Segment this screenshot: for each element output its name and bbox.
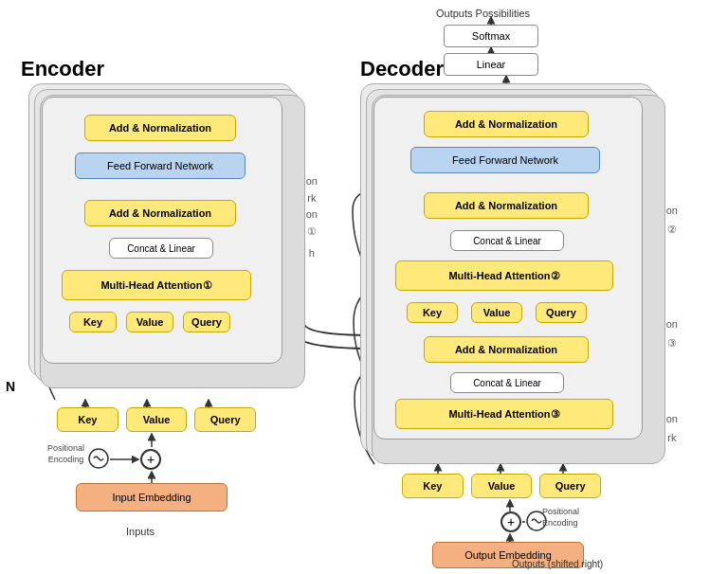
enc-mha-label: Multi-Head Attention① bbox=[100, 279, 211, 292]
dec-kv-value-label: Value bbox=[488, 480, 516, 492]
decoder-title: Decoder bbox=[360, 57, 444, 81]
dec-kv-query: Query bbox=[539, 474, 601, 498]
dec-concat-2-label: Concat & Linear bbox=[473, 236, 541, 246]
dec-add-norm-3-label: Add & Normalization bbox=[455, 344, 557, 355]
enc-inputs-label: Inputs bbox=[126, 526, 155, 537]
dec-kv-row: Key Value Query bbox=[402, 474, 601, 498]
dec-kv-key-label: Key bbox=[423, 480, 442, 492]
dec-on-rk-2: on ③ bbox=[666, 315, 678, 353]
linear-box: Linear bbox=[444, 53, 538, 76]
enc-on2-label: on bbox=[306, 206, 318, 224]
enc-h-label: h bbox=[306, 245, 318, 262]
enc-kv-key: Key bbox=[57, 407, 118, 432]
dec-kv-value: Value bbox=[471, 474, 533, 498]
dec-pos-enc-label: PositionalEncoding bbox=[542, 507, 579, 529]
enc-add-norm-mid: Add & Normalization bbox=[84, 200, 236, 226]
dec-add-norm-2: Add & Normalization bbox=[424, 192, 589, 219]
enc-plus-sign: + bbox=[140, 449, 161, 470]
dec-mha-2: Multi-Head Attention② bbox=[395, 260, 613, 291]
dec-add-norm-top: Add & Normalization bbox=[424, 111, 589, 137]
dec-add-norm-3: Add & Normalization bbox=[424, 336, 589, 363]
dec-main-panel: Add & Normalization Feed Forward Network… bbox=[373, 97, 643, 439]
enc-key-label: Key bbox=[83, 316, 102, 328]
dec-ffn-label: Feed Forward Network bbox=[452, 154, 558, 166]
dec-concat-3-label: Concat & Linear bbox=[473, 378, 541, 388]
enc-main-panel: Add & Normalization Feed Forward Network… bbox=[42, 97, 282, 364]
dec-plus-sign: + bbox=[500, 511, 521, 532]
enc-input-emb-label: Input Embedding bbox=[112, 492, 191, 503]
dec-on3-label: on bbox=[666, 410, 678, 429]
dec-rk2-label: ③ bbox=[666, 334, 678, 353]
enc-kv-query-label: Query bbox=[210, 414, 241, 425]
dec-outputs-label: Outputs (shifted right) bbox=[512, 559, 603, 569]
enc-kv-value-label: Value bbox=[143, 414, 171, 425]
enc-pos-enc-label: PositionalEncoding bbox=[47, 443, 84, 465]
dec-kv-key: Key bbox=[402, 474, 464, 498]
dec-rk1-label: ② bbox=[666, 221, 678, 240]
output-possibilities-label: Outputs Possibilities bbox=[436, 8, 530, 19]
dec-value-2-label: Value bbox=[483, 307, 511, 318]
dec-query-2: Query bbox=[536, 302, 587, 323]
dec-rk3-label: rk bbox=[666, 429, 678, 448]
enc-on-label: on bbox=[306, 173, 318, 190]
dec-concat-3: Concat & Linear bbox=[450, 372, 564, 393]
dec-mha-3: Multi-Head Attention③ bbox=[395, 399, 613, 429]
enc-concat: Concat & Linear bbox=[109, 238, 213, 259]
encoder-stack: Add & Normalization Feed Forward Network… bbox=[28, 83, 303, 396]
softmax-box: Softmax bbox=[444, 25, 538, 47]
encoder-title: Encoder bbox=[21, 57, 104, 81]
dec-key-2-label: Key bbox=[423, 307, 442, 318]
enc-rk-label: rk bbox=[306, 190, 318, 207]
enc-query-label: Query bbox=[191, 316, 222, 328]
enc-kv-value: Value bbox=[126, 407, 188, 432]
dec-key-2: Key bbox=[407, 302, 458, 323]
enc-pos-circle bbox=[87, 447, 110, 470]
enc-key: Key bbox=[69, 312, 117, 332]
enc-add-norm-top-label: Add & Normalization bbox=[109, 122, 211, 134]
enc-query: Query bbox=[183, 312, 230, 332]
dec-mha-3-label: Multi-Head Attention③ bbox=[448, 408, 559, 421]
dec-on2-label: on bbox=[666, 315, 678, 334]
dec-mha-2-label: Multi-Head Attention② bbox=[448, 270, 559, 282]
dec-add-norm-top-label: Add & Normalization bbox=[455, 118, 557, 130]
softmax-label: Softmax bbox=[472, 30, 510, 42]
dec-kv-query-label: Query bbox=[555, 480, 586, 492]
dec-add-norm-2-label: Add & Normalization bbox=[455, 200, 557, 211]
enc-on-rk: on rk on ① h bbox=[306, 173, 318, 262]
enc-value: Value bbox=[126, 312, 173, 332]
enc-kv-row: Key Value Query bbox=[57, 407, 256, 432]
dec-query-2-label: Query bbox=[546, 307, 576, 318]
enc-ffn-label: Feed Forward Network bbox=[107, 160, 213, 171]
dec-concat-2: Concat & Linear bbox=[450, 230, 564, 251]
linear-label: Linear bbox=[477, 59, 506, 70]
enc-one-label: ① bbox=[306, 224, 318, 241]
decoder-stack: Add & Normalization Feed Forward Network… bbox=[360, 83, 673, 462]
enc-ffn: Feed Forward Network bbox=[75, 152, 246, 179]
enc-kv-key-label: Key bbox=[78, 414, 97, 425]
enc-kv-query: Query bbox=[194, 407, 256, 432]
dec-on1-label: on bbox=[666, 202, 678, 221]
n-label: N bbox=[6, 379, 15, 394]
enc-value-label: Value bbox=[136, 316, 164, 328]
dec-on-rk-3: on rk bbox=[666, 410, 678, 448]
dec-on-rk-1: on ② bbox=[666, 202, 678, 240]
dec-value-2: Value bbox=[471, 302, 522, 323]
dec-ffn: Feed Forward Network bbox=[410, 147, 600, 173]
enc-add-norm-top: Add & Normalization bbox=[84, 115, 236, 141]
enc-mha: Multi-Head Attention① bbox=[62, 270, 251, 300]
enc-add-norm-mid-label: Add & Normalization bbox=[109, 207, 211, 219]
enc-input-emb: Input Embedding bbox=[76, 483, 228, 511]
enc-concat-label: Concat & Linear bbox=[127, 243, 195, 254]
diagram-container: Outputs Possibilities Softmax Linear Enc… bbox=[0, 0, 728, 574]
